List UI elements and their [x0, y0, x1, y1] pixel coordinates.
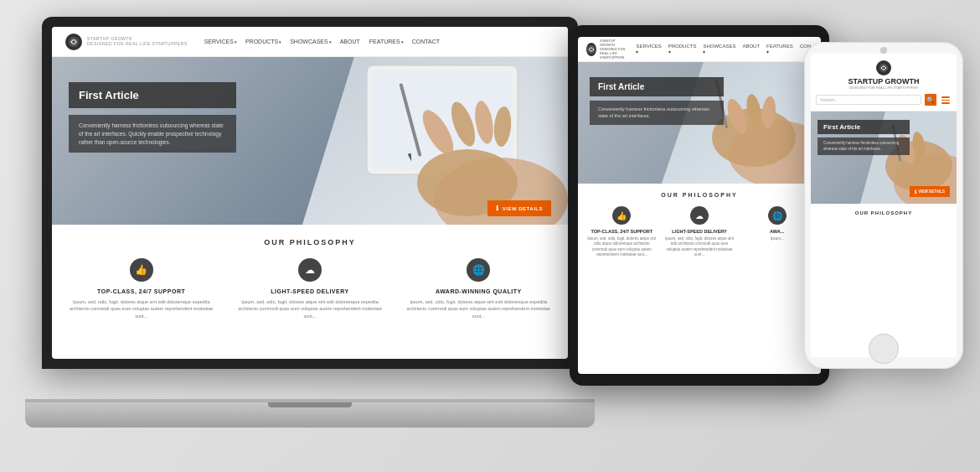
tablet-nav-services[interactable]: SERVICES ▾: [636, 44, 661, 54]
phone-philosophy: OUR PHILOSOPHY: [811, 204, 957, 222]
tablet-logo-icon: [586, 43, 596, 56]
phone-header: STARTUP GROWTH DESIGNED FOR REAL-LIFE ST…: [811, 54, 957, 112]
tablet-nav: SERVICES ▾ PRODUCTS ▾ SHOWCASES ▾ ABOUT …: [636, 44, 815, 54]
tablet-hero: First Article Conveniently harness frict…: [578, 62, 821, 184]
tablet-phi-text-support: Ipsum, sed, odio, fugit, dolores atque s…: [586, 236, 658, 257]
tablet-brand-name: STARTUP GROWTH: [600, 39, 627, 47]
laptop-philosophy-items: 👍 TOP-CLASS, 24/7 SUPPORT Ipsum, sed, od…: [65, 258, 554, 319]
phone-hero: First Article Conveniently harness frict…: [811, 112, 957, 204]
tablet-brand-tagline: DESIGNED FOR REAL-LIFE STARTUPPERS: [600, 47, 627, 60]
laptop-site-header: STARTUP GROWTH DESIGNED FOR REAL-LIFE ST…: [52, 27, 568, 57]
tablet-brand: STARTUP GROWTH DESIGNED FOR REAL-LIFE ST…: [600, 39, 627, 60]
phi-icon-quality: 🌐: [467, 258, 490, 282]
tablet-philosophy: OUR PHILOSOPHY 👍 TOP-CLASS, 24/7 SUPPORT…: [578, 184, 821, 266]
tablet-header: STARTUP GROWTH DESIGNED FOR REAL-LIFE ST…: [578, 37, 821, 62]
tablet-phi-icon-support: 👍: [612, 206, 631, 225]
nav-services[interactable]: SERVICES: [204, 39, 237, 44]
nav-products[interactable]: PRODUCTS: [245, 39, 281, 44]
nav-features[interactable]: FEATURES: [369, 39, 404, 44]
tablet-phi-title-delivery: LIGHT-SPEED DELIVERY: [664, 229, 735, 234]
tablet-philosophy-title: OUR PHILOSOPHY: [586, 192, 812, 198]
menu-line-1: [941, 96, 950, 98]
tablet-phi-delivery: ☁ LIGHT-SPEED DELIVERY Ipsum, sed, odio,…: [664, 206, 735, 257]
tablet-phi-icon-delivery: ☁: [690, 206, 709, 225]
phone-hero-title: First Article: [818, 120, 910, 134]
tablet-hero-title: First Article: [590, 77, 724, 96]
svg-point-0: [69, 37, 79, 47]
phone-search-placeholder: Search...: [820, 97, 838, 102]
tablet-screen: STARTUP GROWTH DESIGNED FOR REAL-LIFE ST…: [578, 37, 821, 374]
hero-illustration: [300, 57, 568, 225]
phone-hero-desc: Conveniently harness frictionless outsou…: [818, 137, 910, 155]
phone-brand-tagline: DESIGNED FOR REAL-LIFE STARTUPPERS: [848, 86, 919, 90]
nav-showcases[interactable]: SHOWCASES: [290, 39, 332, 44]
phi-item-quality: 🌐 AWARD-WINNING QUALITY Ipsum, sed, odio…: [403, 258, 554, 319]
laptop-logo: STARTUP GROWTH DESIGNED FOR REAL-LIFE ST…: [65, 34, 188, 50]
tablet-hero-content: First Article Conveniently harness frict…: [590, 77, 724, 125]
tablet-device: STARTUP GROWTH DESIGNED FOR REAL-LIFE ST…: [570, 25, 829, 386]
tablet-phi-text-quality: Ipsum...: [741, 236, 812, 241]
phone-search-row: Search... 🔍: [816, 94, 952, 106]
tablet-phi-title-quality: AWA...: [741, 229, 812, 234]
phone-logo-icon: [876, 60, 891, 75]
tablet-hero-desc: Conveniently harness frictionless outsou…: [590, 101, 724, 125]
tablet-phi-text-delivery: Ipsum, sed, odio, fugit, dolores atque s…: [664, 236, 735, 257]
tablet-nav-showcases[interactable]: SHOWCASES ▾: [703, 44, 735, 54]
laptop-device: STARTUP GROWTH DESIGNED FOR REAL-LIFE ST…: [25, 17, 595, 428]
laptop-base: [25, 402, 595, 428]
phone-menu-button[interactable]: [940, 94, 952, 106]
phone-home-button[interactable]: [869, 334, 899, 364]
phi-text-quality: Ipsum, sed, odio, fugit, dolores atque s…: [403, 298, 554, 319]
laptop-hero-title: First Article: [69, 82, 236, 108]
tablet-nav-about[interactable]: ABOUT: [742, 44, 760, 54]
nav-contact[interactable]: CONTACT: [412, 39, 441, 44]
scene: STARTUP GROWTH DESIGNED FOR REAL-LIFE ST…: [0, 0, 980, 472]
tablet-phi-support: 👍 TOP-CLASS, 24/7 SUPPORT Ipsum, sed, od…: [586, 206, 658, 257]
phone-search-icon[interactable]: 🔍: [925, 94, 936, 106]
phi-icon-support: 👍: [130, 258, 153, 282]
phone-device: STARTUP GROWTH DESIGNED FOR REAL-LIFE ST…: [804, 42, 963, 369]
laptop-hero-image: [300, 57, 568, 225]
phone-brand: STARTUP GROWTH DESIGNED FOR REAL-LIFE ST…: [848, 78, 919, 90]
laptop-philosophy-title: OUR PHILOSOPHY: [65, 238, 554, 246]
phi-title-support: TOP-CLASS, 24/7 SUPPORT: [65, 288, 217, 294]
tablet-phi-quality: 🌐 AWA... Ipsum...: [741, 206, 812, 257]
phone-philosophy-title: OUR PHILOSOPHY: [816, 210, 952, 215]
menu-line-3: [941, 102, 950, 104]
phi-icon-delivery: ☁: [298, 258, 322, 282]
tablet-philosophy-items: 👍 TOP-CLASS, 24/7 SUPPORT Ipsum, sed, od…: [586, 206, 812, 257]
laptop-view-details-btn[interactable]: VIEW DETAILS: [487, 200, 551, 216]
laptop-philosophy: OUR PHILOSOPHY 👍 TOP-CLASS, 24/7 SUPPORT…: [52, 225, 568, 333]
laptop-hero-description: Conveniently harness frictionless outsou…: [69, 115, 236, 153]
phi-text-support: Ipsum, sed, odio, fugit, dolores atque s…: [65, 298, 217, 319]
laptop-nav: SERVICES PRODUCTS SHOWCASES ABOUT FEATUR…: [204, 39, 441, 44]
phone-hero-content: First Article Conveniently harness frict…: [818, 120, 910, 155]
phone-brand-name: STARTUP GROWTH: [848, 77, 919, 86]
laptop-logo-text: STARTUP GROWTH DESIGNED FOR REAL-LIFE ST…: [87, 37, 188, 46]
nav-about[interactable]: ABOUT: [340, 39, 361, 44]
tablet-nav-features[interactable]: FEATURES ▾: [766, 44, 793, 54]
tablet-phi-title-support: TOP-CLASS, 24/7 SUPPORT: [586, 229, 658, 234]
menu-line-2: [941, 100, 950, 101]
phi-item-support: 👍 TOP-CLASS, 24/7 SUPPORT Ipsum, sed, od…: [65, 258, 217, 319]
phone-view-details-btn[interactable]: VIEW DETAILS: [910, 186, 950, 197]
phone-camera: [880, 47, 887, 54]
laptop-hero: First Article Conveniently harness frict…: [52, 57, 568, 225]
phi-title-delivery: LIGHT-SPEED DELIVERY: [234, 288, 385, 294]
tablet-phi-icon-quality: 🌐: [768, 206, 787, 225]
laptop-brand-tagline: DESIGNED FOR REAL-LIFE STARTUPPERS: [87, 42, 188, 47]
tablet-logo: STARTUP GROWTH DESIGNED FOR REAL-LIFE ST…: [586, 39, 627, 60]
phi-title-quality: AWARD-WINNING QUALITY: [403, 288, 554, 294]
phi-item-delivery: ☁ LIGHT-SPEED DELIVERY Ipsum, sed, odio,…: [234, 258, 385, 319]
laptop-screen-inner: STARTUP GROWTH DESIGNED FOR REAL-LIFE ST…: [52, 27, 568, 359]
tablet-outer: STARTUP GROWTH DESIGNED FOR REAL-LIFE ST…: [570, 25, 829, 386]
laptop-hero-content: First Article Conveniently harness frict…: [69, 82, 236, 153]
phone-outer: STARTUP GROWTH DESIGNED FOR REAL-LIFE ST…: [804, 42, 963, 369]
phone-screen: STARTUP GROWTH DESIGNED FOR REAL-LIFE ST…: [811, 54, 957, 357]
phi-text-delivery: Ipsum, sed, odio, fugit, dolores atque s…: [234, 298, 385, 319]
laptop-screen-outer: STARTUP GROWTH DESIGNED FOR REAL-LIFE ST…: [42, 17, 578, 369]
laptop-logo-icon: [65, 34, 82, 50]
phone-search-box[interactable]: Search...: [816, 95, 921, 105]
tablet-nav-products[interactable]: PRODUCTS ▾: [668, 44, 697, 54]
